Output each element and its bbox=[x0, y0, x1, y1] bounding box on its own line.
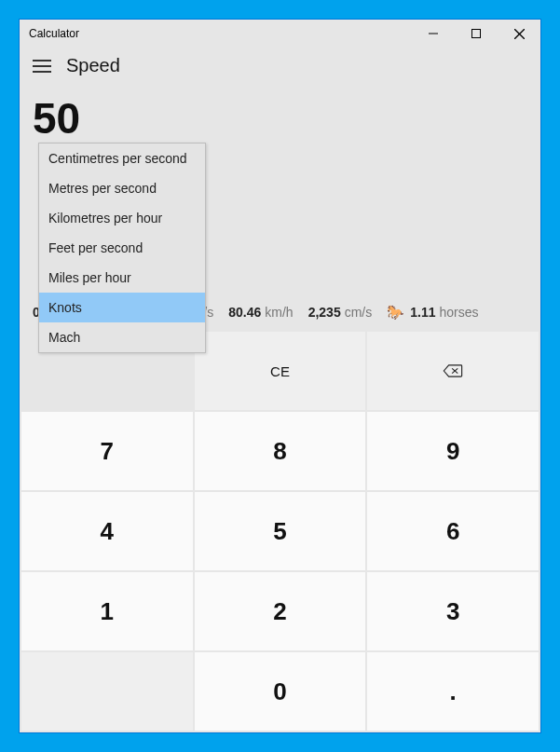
header: Speed bbox=[20, 48, 540, 93]
calculator-window: Calculator Speed 50 0.07 M 22.35 m/s 73.… bbox=[19, 19, 541, 733]
window-title: Calculator bbox=[29, 27, 79, 40]
key-6[interactable]: 6 bbox=[367, 492, 539, 570]
key-4[interactable]: 4 bbox=[21, 492, 193, 570]
svg-rect-1 bbox=[472, 30, 481, 38]
unit-dropdown[interactable]: Centimetres per secondMetres per secondK… bbox=[38, 143, 206, 353]
key-8[interactable]: 8 bbox=[195, 412, 366, 490]
keypad: CE 7 8 9 4 5 6 1 2 3 0 . bbox=[20, 330, 540, 732]
key-7[interactable]: 7 bbox=[21, 412, 193, 490]
maximize-button[interactable] bbox=[455, 20, 498, 48]
backspace-button[interactable] bbox=[367, 332, 539, 410]
unit-option[interactable]: Mach bbox=[39, 322, 205, 352]
unit-option[interactable]: Centimetres per second bbox=[39, 144, 205, 173]
unit-option[interactable]: Kilometres per hour bbox=[39, 203, 205, 233]
key-blank bbox=[21, 652, 193, 731]
input-value: 50 bbox=[33, 93, 80, 144]
key-2[interactable]: 2 bbox=[195, 572, 366, 650]
conv-cms: 2,235 cm/s bbox=[308, 305, 373, 320]
key-3[interactable]: 3 bbox=[367, 572, 539, 650]
conv-kmh: 80.46 km/h bbox=[228, 305, 293, 320]
unit-option[interactable]: Metres per second bbox=[39, 173, 205, 203]
unit-option[interactable]: Feet per second bbox=[39, 233, 205, 263]
key-0[interactable]: 0 bbox=[195, 652, 366, 731]
mode-title: Speed bbox=[66, 55, 120, 76]
key-5[interactable]: 5 bbox=[195, 492, 366, 570]
horse-icon: 🐎 bbox=[387, 304, 404, 321]
conv-horses: 🐎 1.11 horses bbox=[387, 304, 478, 321]
key-1[interactable]: 1 bbox=[21, 572, 193, 650]
key-9[interactable]: 9 bbox=[367, 412, 539, 490]
hamburger-menu-icon[interactable] bbox=[33, 60, 51, 73]
key-decimal[interactable]: . bbox=[367, 652, 539, 731]
clear-entry-button[interactable]: CE bbox=[195, 332, 366, 410]
backspace-icon bbox=[443, 364, 463, 377]
close-button[interactable] bbox=[498, 20, 540, 48]
titlebar: Calculator bbox=[20, 20, 540, 48]
minimize-button[interactable] bbox=[412, 20, 455, 48]
unit-option[interactable]: Miles per hour bbox=[39, 263, 205, 293]
unit-option[interactable]: Knots bbox=[39, 293, 205, 322]
